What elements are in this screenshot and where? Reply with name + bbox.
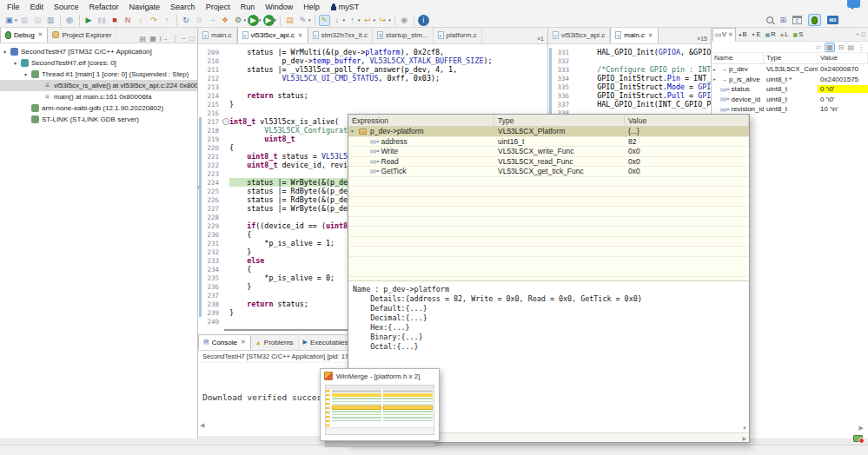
tree-expander-icon[interactable]: ▾ [23, 71, 29, 77]
line-number[interactable]: 337 [554, 101, 572, 109]
line-number[interactable]: 239 [204, 309, 222, 317]
fold-marker-icon[interactable] [222, 204, 229, 213]
search-icon[interactable] [766, 16, 773, 23]
fold-marker-icon[interactable] [222, 247, 229, 256]
line-number[interactable]: 230 [204, 231, 222, 239]
code-text[interactable]: status |= WrMulti(&(p_dev->platform), 0x… [229, 48, 547, 56]
fold-marker-icon[interactable] [222, 256, 229, 265]
line-number[interactable]: 209 [204, 49, 222, 56]
var-row-revision-id[interactable]: (x)= revision_id uint8_t 10 '\n' [712, 104, 868, 115]
open-perspective-icon[interactable]: ⊞ [779, 16, 786, 24]
line-number[interactable]: 227 [204, 205, 222, 213]
line-number[interactable]: 240 [204, 318, 222, 326]
expander-icon[interactable]: ▸ [713, 76, 719, 82]
line-number[interactable]: 233 [204, 257, 222, 265]
close-tab-icon[interactable]: ✕ [38, 31, 43, 38]
variable-value[interactable]: 0x24000870 [818, 65, 868, 73]
col-value[interactable]: Value [625, 115, 749, 126]
fold-marker-icon[interactable] [222, 221, 229, 230]
code-text[interactable] [580, 56, 711, 65]
tab-stm32h7xx-it-c[interactable]: c stm32h7xx_it.c ✕ [308, 27, 373, 43]
tree-expander-icon[interactable]: ▾ [12, 60, 18, 66]
code-line[interactable]: 215 } [198, 100, 547, 109]
line-number[interactable]: 333 [554, 66, 572, 74]
code-text[interactable]: VL53L5CX_UI_CMD_STATUS, 0xff, 0x03); [229, 74, 547, 82]
fold-marker-icon[interactable] [572, 91, 580, 100]
fold-marker-icon[interactable] [222, 291, 229, 300]
tab-breakpoints[interactable]: ● B ✕ [737, 28, 749, 42]
var-row-p-is-alive[interactable]: ▸ → p_is_alive uint8_t * 0x24001575 [712, 75, 868, 85]
line-number[interactable]: 236 [204, 283, 222, 291]
variable-value[interactable]: 0 '\0' [818, 85, 868, 93]
tree-item-stlink[interactable]: ST-LINK (ST-LINK GDB server) [0, 114, 197, 125]
line-number[interactable]: 226 [204, 196, 222, 204]
tree-item-frame-current[interactable]: ≡ vl53l5cx_is_alive() at vl53l5cx_api.c:… [0, 80, 197, 91]
fold-marker-icon[interactable] [222, 56, 229, 65]
expr-row-write[interactable]: (x)= Write VL53L5CX_write_Func 0x0 [348, 147, 749, 157]
close-tab-icon[interactable]: ✕ [298, 32, 303, 39]
menu-source[interactable]: Source [49, 2, 84, 12]
line-number[interactable]: 237 [204, 292, 222, 300]
menu-help[interactable]: Help [298, 2, 325, 12]
tab-main-c[interactable]: c main.c ✕ [198, 27, 237, 43]
tab-platform-c[interactable]: c platform.c ✕ [434, 27, 482, 43]
code-line[interactable]: 337 HAL_GPIO_Init(INT_C_GPIO_Port, &GPIO… [548, 100, 711, 109]
line-number[interactable]: 218 [204, 127, 222, 135]
fold-marker-icon[interactable] [222, 308, 229, 317]
step-into-icon[interactable]: ↓ ▾ [136, 15, 147, 26]
fold-marker-icon[interactable] [572, 74, 580, 82]
tab-problems[interactable]: ▲ Problems ✕ [251, 334, 299, 350]
line-number[interactable]: 334 [554, 75, 572, 82]
code-line[interactable]: 333 /*Configure GPIO pin : INT_C_Pin */ [548, 65, 711, 74]
variables-table-header[interactable]: Name Type Value [712, 53, 868, 64]
code-line[interactable]: 210 p_dev->temp_buffer, VL53L5CX_XTALK_B… [198, 56, 547, 65]
tab-vl53l5cx-api-c[interactable]: c vl53l5cx_api.c ✕ [237, 27, 308, 43]
code-line[interactable]: 332 [548, 56, 711, 65]
minimize-icon[interactable]: − [182, 35, 186, 43]
tree-item-thread[interactable]: ▾ Thread #1 [main] 1 [core: 0] (Suspende… [0, 69, 197, 80]
cubemx-perspective-button[interactable]: MX [825, 14, 841, 26]
tab-project-explorer[interactable]: Project Explorer ✕ [48, 27, 116, 43]
code-line[interactable]: 213 [198, 82, 547, 91]
tab-sfrs[interactable]: ▩ S ✕ [791, 28, 805, 42]
variable-value[interactable]: 0 '\0' [818, 96, 868, 103]
code-text[interactable] [229, 82, 547, 91]
col-value[interactable]: Value [818, 53, 868, 63]
line-number[interactable]: 213 [204, 83, 222, 91]
restart-icon[interactable]: ↻ ▾ [181, 15, 192, 26]
variable-value[interactable]: 0x24001575 [818, 76, 868, 83]
code-text[interactable]: p_dev->temp_buffer, VL53L5CX_XTALK_BUFFE… [229, 56, 547, 65]
code-text[interactable]: HAL_GPIO_Init(INT_C_GPIO_Port, &GPIO_Ini… [580, 100, 711, 109]
line-number[interactable]: 332 [554, 57, 572, 65]
winmerge-preview-card[interactable]: WinMerge - [platform.h x 2] [320, 368, 440, 441]
close-tab-icon[interactable]: ✕ [728, 31, 733, 38]
fold-marker-icon[interactable] [222, 135, 229, 143]
step-return-icon[interactable]: ↑ ▾ [162, 15, 173, 26]
line-number[interactable]: 336 [554, 92, 572, 100]
expander-icon[interactable]: ▸ [713, 67, 719, 72]
fold-marker-icon[interactable] [222, 317, 229, 326]
line-number[interactable]: 212 [204, 75, 222, 82]
menu-file[interactable]: File [2, 2, 25, 12]
var-row-status[interactable]: (x)= status uint8_t 0 '\0' [712, 84, 868, 95]
menu-window[interactable]: Window [260, 2, 298, 12]
fold-marker-icon[interactable] [222, 230, 229, 239]
expression-value[interactable]: 0x0 [625, 147, 749, 155]
line-number[interactable]: 223 [204, 170, 222, 178]
tree-expander-icon[interactable]: ▾ [2, 49, 8, 55]
maximize-icon[interactable]: □ [189, 35, 194, 43]
hand-icon[interactable]: ❖ ▾ [220, 15, 231, 26]
view-menu-icon[interactable]: ⋮ [171, 35, 178, 43]
line-number[interactable]: 235 [204, 274, 222, 282]
line-number[interactable]: 216 [204, 109, 222, 117]
var-row-p-dev[interactable]: ▸ → p_dev VL53L5CX_Config... 0x24000870 [712, 64, 868, 75]
tab-variables[interactable]: (x) V ✕ [712, 28, 736, 42]
code-text[interactable]: GPIO_InitStruct.Pull = GPIO_NOPULL; [580, 91, 711, 100]
scroll-right-icon[interactable]: ▶ [859, 425, 864, 432]
tab-console[interactable]: ▤ Console ✕ [198, 334, 251, 350]
fold-marker-icon[interactable] [572, 56, 580, 65]
code-line[interactable]: 212 VL53L5CX_UI_CMD_STATUS, 0xff, 0x03); [198, 74, 547, 82]
line-number[interactable]: 335 [554, 83, 572, 91]
goto-annotation-icon[interactable]: ↑ ▾ [347, 15, 361, 26]
fold-marker-icon[interactable] [222, 91, 229, 100]
